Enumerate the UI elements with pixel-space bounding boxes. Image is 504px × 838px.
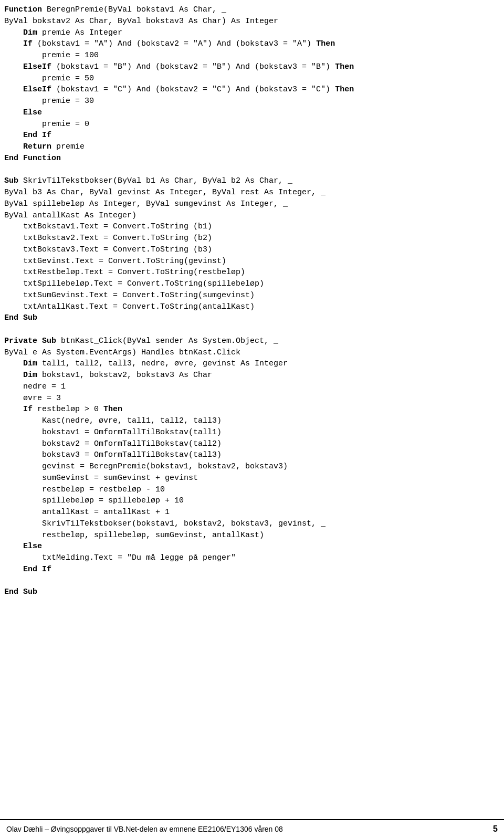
code-line-11: premie = 0 (4, 120, 89, 129)
code-line-7: premie = 50 (4, 74, 94, 83)
code-line-34: nedre = 1 (4, 382, 66, 391)
code-line-49: txtMelding.Text = "Du må legge på penger… (4, 553, 236, 562)
code-line-19: ByVal antallKast As Integer) (4, 211, 136, 220)
code-line-20: txtBokstav1.Text = Convert.ToString (b1) (4, 222, 212, 231)
code-line-43: restbeløp = restbeløp - 10 (4, 485, 165, 494)
code-line-35: øvre = 3 (4, 394, 61, 403)
code-line-31: ByVal e As System.EventArgs) Handles btn… (4, 348, 240, 357)
code-line-42: sumGevinst = sumGevinst + gevinst (4, 474, 198, 483)
code-line-48: Else (4, 542, 42, 551)
code-line-13: Return premie (4, 142, 85, 151)
code-line-9: premie = 30 (4, 97, 94, 106)
page-number: 5 (493, 824, 498, 834)
code-line-21: txtBokstav2.Text = Convert.ToString (b2) (4, 234, 212, 243)
code-line-50: End If (4, 565, 51, 574)
code-line-27: txtAntallKast.Text = Convert.ToString(an… (4, 302, 255, 311)
code-line-30: Private Sub btnKast_Click(ByVal sender A… (4, 337, 278, 345)
footer-text: Olav Dæhli – Øvingsoppgaver til VB.Net-d… (6, 825, 283, 833)
code-line-47: restbeløp, spillebeløp, sumGevinst, anta… (4, 531, 264, 540)
code-line-23: txtGevinst.Text = Convert.ToString(gevin… (4, 257, 226, 266)
code-line-26: txtSumGevinst.Text = Convert.ToString(su… (4, 291, 255, 300)
code-line-5: premie = 100 (4, 51, 99, 60)
code-display: Function BeregnPremie(ByVal bokstav1 As … (4, 4, 496, 598)
code-line-17: ByVal b3 As Char, ByVal gevinst As Integ… (4, 188, 326, 197)
code-line-16: Sub SkrivTilTekstbokser(ByVal b1 As Char… (4, 176, 292, 185)
code-line-25: txtSpillebeløp.Text = Convert.ToString(s… (4, 279, 264, 288)
code-line-22: txtBokstav3.Text = Convert.ToString (b3) (4, 245, 212, 254)
code-line-6: ElseIf (bokstav1 = "B") And (bokstav2 = … (4, 62, 354, 71)
code-line-32: Dim tall1, tall2, tall3, nedre, øvre, ge… (4, 359, 288, 368)
code-line-24: txtRestbeløp.Text = Convert.ToString(res… (4, 268, 245, 277)
code-line-44: spillebeløp = spillebeløp + 10 (4, 496, 184, 505)
footer: Olav Dæhli – Øvingsoppgaver til VB.Net-d… (0, 819, 504, 838)
code-line-40: bokstav3 = OmformTallTilBokstav(tall3) (4, 451, 222, 459)
code-line-14: End Function (4, 154, 61, 163)
code-line-2: ByVal bokstav2 As Char, ByVal bokstav3 A… (4, 17, 278, 26)
code-line-4: If (bokstav1 = "A") And (bokstav2 = "A")… (4, 39, 335, 48)
code-line-33: Dim bokstav1, bokstav2, bokstav3 As Char (4, 371, 212, 380)
main-content: Function BeregnPremie(ByVal bokstav1 As … (0, 0, 504, 819)
code-line-3: Dim premie As Integer (4, 28, 122, 37)
code-line-46: SkrivTilTekstbokser(bokstav1, bokstav2, … (4, 519, 326, 528)
code-line-38: bokstav1 = OmformTallTilBokstav(tall1) (4, 428, 222, 437)
code-line-45: antallKast = antallKast + 1 (4, 508, 170, 517)
code-line-1: Function BeregnPremie(ByVal bokstav1 As … (4, 5, 226, 14)
code-line-36: If restbeløp > 0 Then (4, 405, 122, 414)
code-line-37: Kast(nedre, øvre, tall1, tall2, tall3) (4, 416, 222, 425)
code-line-28: End Sub (4, 313, 37, 322)
code-line-39: bokstav2 = OmformTallTilBokstav(tall2) (4, 439, 222, 448)
code-line-8: ElseIf (bokstav1 = "C") And (bokstav2 = … (4, 85, 354, 94)
code-line-12: End If (4, 131, 51, 140)
code-line-52: End Sub (4, 588, 37, 596)
code-line-41: gevinst = BeregnPremie(bokstav1, bokstav… (4, 462, 288, 471)
code-line-18: ByVal spillebeløp As Integer, ByVal sumg… (4, 200, 288, 208)
code-line-10: Else (4, 108, 42, 117)
